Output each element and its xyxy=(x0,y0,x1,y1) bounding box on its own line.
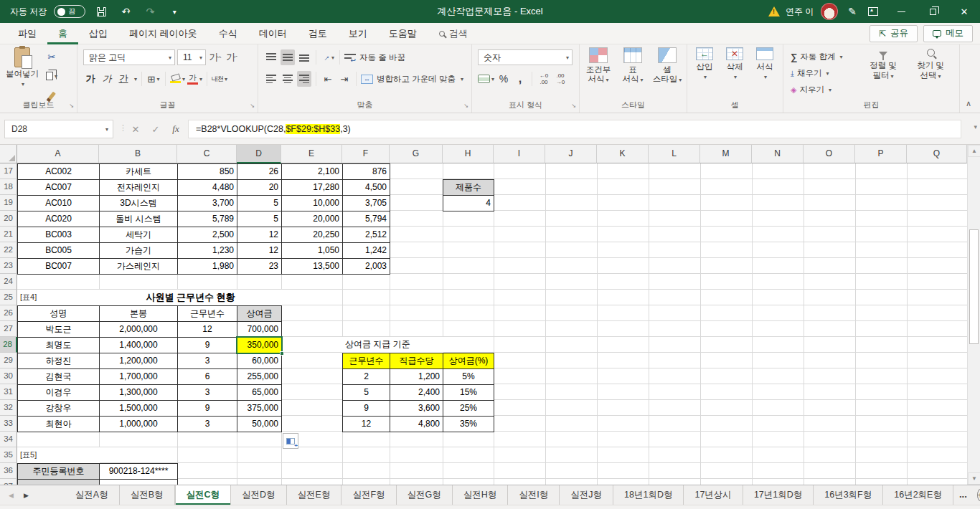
undo-button[interactable]: ↶▾ xyxy=(117,3,134,20)
cell-B36[interactable]: 900218-124**** xyxy=(99,463,178,480)
cell-C28[interactable]: 9 xyxy=(177,337,237,353)
merge-center-button[interactable]: ↔ 병합하고 가운데 맞춤 ▾ xyxy=(361,71,463,87)
number-dialog-launcher[interactable]: ↘ xyxy=(571,103,576,109)
sheet-tab-실전C형[interactable]: 실전C형 xyxy=(175,485,232,505)
decrease-decimal-button[interactable]: .00→0 xyxy=(553,71,567,87)
row-header-31[interactable]: 31 xyxy=(0,384,17,400)
search-box[interactable]: 검색 xyxy=(439,27,468,40)
column-header-Q[interactable]: Q xyxy=(907,145,967,163)
column-header-A[interactable]: A xyxy=(17,145,99,163)
name-box[interactable]: D28 ▾ xyxy=(4,120,113,138)
ribbon-tab-6[interactable]: 검토 xyxy=(298,23,338,44)
redo-button[interactable]: ↷▾ xyxy=(141,3,159,20)
cell-C18[interactable]: 4,480 xyxy=(177,179,237,196)
scroll-down-arrow[interactable]: ▼ xyxy=(968,472,980,485)
cell-F22[interactable]: 1,242 xyxy=(342,242,390,259)
orientation-button[interactable]: →▾ xyxy=(321,49,335,65)
cell-F32[interactable]: 9 xyxy=(342,400,390,417)
align-bottom-button[interactable] xyxy=(297,49,311,65)
cell-B33[interactable]: 1,000,000 xyxy=(99,416,178,432)
cell-C19[interactable]: 3,700 xyxy=(177,195,237,211)
column-header-J[interactable]: J xyxy=(545,145,597,163)
row-header-26[interactable]: 26 xyxy=(0,305,17,321)
close-button[interactable]: ✕ xyxy=(948,0,980,23)
percent-style-button[interactable]: % xyxy=(496,71,511,87)
increase-decimal-button[interactable]: ←0.00 xyxy=(537,71,551,87)
column-header-K[interactable]: K xyxy=(597,145,649,163)
cell-G30[interactable]: 1,200 xyxy=(390,368,443,385)
vertical-scrollbar-thumb[interactable] xyxy=(969,229,979,344)
insert-cells-button[interactable]: ← 삽입▾ xyxy=(690,47,719,82)
cell-B23[interactable]: 가스레인지 xyxy=(99,258,178,275)
cell-B29[interactable]: 1,200,000 xyxy=(99,353,178,369)
clear-button[interactable]: ◈지우기▾ xyxy=(791,82,843,97)
cell-C31[interactable]: 3 xyxy=(177,384,237,401)
cell-A22[interactable]: BC005 xyxy=(17,242,100,259)
cell-E20[interactable]: 20,000 xyxy=(281,211,343,227)
sheet-tab-실전I형[interactable]: 실전I형 xyxy=(508,485,560,505)
cell-C32[interactable]: 9 xyxy=(177,400,237,417)
cell-B19[interactable]: 3D시스템 xyxy=(99,195,178,211)
font-color-button[interactable]: 가 ▾ xyxy=(187,71,202,87)
row-header-20[interactable]: 20 xyxy=(0,211,17,227)
font-dialog-launcher[interactable]: ↘ xyxy=(250,103,255,109)
ribbon-tab-3[interactable]: 페이지 레이아웃 xyxy=(118,23,208,44)
row-header-33[interactable]: 33 xyxy=(0,416,17,432)
underline-dropdown-icon[interactable]: ▾ xyxy=(134,76,137,82)
number-format-select[interactable]: 숫자▾ xyxy=(478,49,573,65)
cell-C33[interactable]: 3 xyxy=(177,416,237,432)
increase-indent-button[interactable]: ⇥ xyxy=(337,71,352,87)
align-top-button[interactable] xyxy=(264,49,278,65)
sheet-tab-실전D형[interactable]: 실전D형 xyxy=(231,485,287,505)
cell-A21[interactable]: BC003 xyxy=(17,227,100,243)
row-header-28[interactable]: 28 xyxy=(0,337,17,353)
cell-D22[interactable]: 12 xyxy=(237,242,282,259)
ribbon-tab-1[interactable]: 홈 xyxy=(47,23,78,44)
sheet-tab-실전G형[interactable]: 실전G형 xyxy=(397,485,453,505)
phonetic-button[interactable]: 내천▾ xyxy=(212,71,227,87)
column-header-F[interactable]: F xyxy=(342,145,390,163)
autosum-button[interactable]: ∑자동 합계▾ xyxy=(791,49,843,64)
sheet-tab-실전B형[interactable]: 실전B형 xyxy=(120,485,175,505)
column-header-H[interactable]: H xyxy=(443,145,494,163)
row-header-35[interactable]: 35 xyxy=(0,447,17,463)
sheet-tab-16년3회F형[interactable]: 16년3회F형 xyxy=(814,485,883,505)
cell-A19[interactable]: AC010 xyxy=(17,195,100,211)
autofill-options-button[interactable] xyxy=(283,433,298,449)
cell-F30[interactable]: 2 xyxy=(342,368,390,385)
ink-pen-icon[interactable]: ✎ xyxy=(848,6,857,17)
collapse-ribbon-button[interactable]: ∧ xyxy=(966,99,971,108)
cell-B20[interactable]: 돌비 시스템 xyxy=(99,211,178,227)
column-header-M[interactable]: M xyxy=(700,145,752,163)
enter-formula-button[interactable]: ✓ xyxy=(146,120,165,138)
avatar[interactable] xyxy=(821,3,838,20)
cell-A37[interactable] xyxy=(17,479,100,485)
align-right-button[interactable] xyxy=(297,71,311,87)
sheet-tab-실전H형[interactable]: 실전H형 xyxy=(453,485,509,505)
comma-style-button[interactable]: , xyxy=(513,71,527,87)
warning-icon[interactable]: ! xyxy=(768,6,780,16)
row-header-37[interactable]: 37 xyxy=(0,479,17,485)
cell-A32[interactable]: 강창우 xyxy=(17,400,100,417)
row-header-18[interactable]: 18 xyxy=(0,179,17,195)
sheet-tab-실전A형[interactable]: 실전A형 xyxy=(65,485,120,505)
cell-F33[interactable]: 12 xyxy=(342,416,390,432)
cell-C23[interactable]: 1,980 xyxy=(177,258,237,275)
scroll-up-arrow[interactable]: ▲ xyxy=(968,145,980,157)
paste-button[interactable]: 붙여넣기▾ xyxy=(4,47,40,89)
accounting-format-button[interactable]: ▾ xyxy=(478,71,494,87)
column-header-N[interactable]: N xyxy=(752,145,804,163)
conditional-formatting-button[interactable]: 조건부서식▾ xyxy=(581,47,616,85)
add-sheet-button[interactable]: + xyxy=(977,489,980,501)
cell-D20[interactable]: 5 xyxy=(237,211,282,227)
column-header-B[interactable]: B xyxy=(99,145,177,163)
cell-H29[interactable]: 상여금(%) xyxy=(443,353,494,369)
cell-B32[interactable]: 1,500,000 xyxy=(99,400,178,417)
row-header-36[interactable]: 36 xyxy=(0,463,17,479)
row-header-30[interactable]: 30 xyxy=(0,368,17,384)
fill-color-button[interactable]: ▾ xyxy=(170,71,185,87)
cell-G31[interactable]: 2,400 xyxy=(390,384,443,401)
comments-button[interactable]: 메모 xyxy=(923,25,973,42)
cut-button[interactable]: ✂ xyxy=(44,49,59,65)
cell-C17[interactable]: 850 xyxy=(177,163,237,180)
